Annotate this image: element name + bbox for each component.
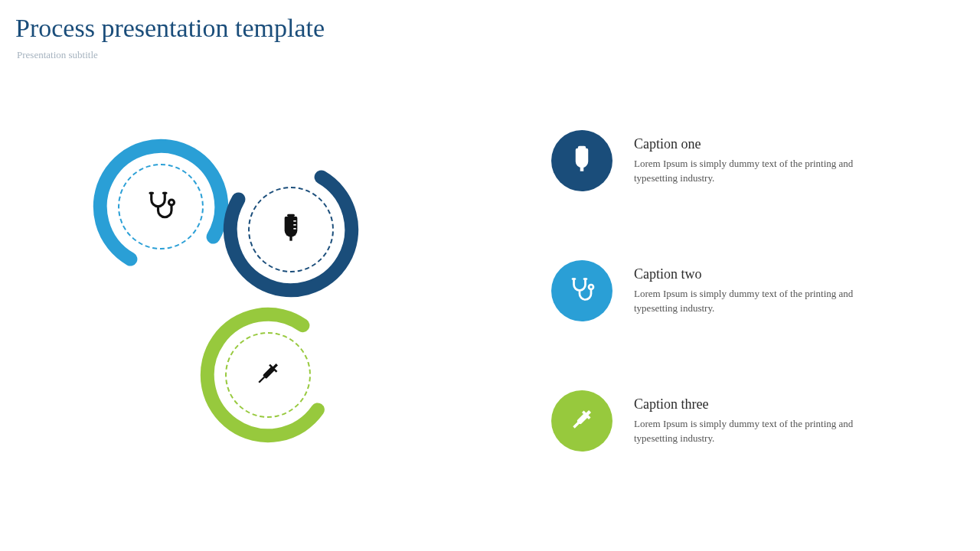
svg-rect-14 bbox=[579, 147, 586, 149]
page-subtitle: Presentation subtitle bbox=[17, 49, 98, 61]
svg-rect-5 bbox=[293, 220, 296, 222]
svg-rect-13 bbox=[581, 166, 583, 171]
svg-point-1 bbox=[169, 200, 175, 205]
caption-title: Caption two bbox=[634, 266, 903, 282]
caption-title: Caption one bbox=[634, 136, 903, 152]
iv-bag-icon bbox=[568, 145, 596, 176]
caption-bubble-1 bbox=[551, 130, 612, 191]
diagram-node-3 bbox=[199, 306, 337, 444]
caption-row-2: Caption two Lorem Ipsum is simply dummy … bbox=[551, 260, 903, 321]
caption-list: Caption one Lorem Ipsum is simply dummy … bbox=[551, 130, 903, 452]
stethoscope-icon bbox=[568, 276, 596, 306]
svg-rect-3 bbox=[289, 236, 292, 241]
diagram-node-2 bbox=[222, 161, 360, 298]
svg-rect-21 bbox=[573, 422, 579, 427]
svg-rect-16 bbox=[584, 156, 586, 158]
iv-bag-icon bbox=[276, 213, 306, 246]
caption-bubble-3 bbox=[551, 390, 612, 452]
svg-point-18 bbox=[589, 285, 593, 289]
caption-body: Lorem Ipsum is simply dummy text of the … bbox=[634, 417, 864, 446]
syringe-icon bbox=[253, 358, 283, 392]
caption-row-1: Caption one Lorem Ipsum is simply dummy … bbox=[551, 130, 903, 191]
syringe-icon bbox=[569, 406, 595, 435]
svg-rect-7 bbox=[293, 228, 296, 230]
svg-rect-17 bbox=[584, 159, 586, 161]
caption-body: Lorem Ipsum is simply dummy text of the … bbox=[634, 157, 864, 186]
diagram-node-1 bbox=[92, 138, 230, 276]
stethoscope-icon bbox=[145, 189, 177, 224]
page-title: Process presentation template bbox=[15, 14, 325, 43]
caption-bubble-2 bbox=[551, 260, 612, 321]
svg-rect-11 bbox=[258, 377, 265, 383]
svg-rect-6 bbox=[293, 224, 296, 226]
caption-row-3: Caption three Lorem Ipsum is simply dumm… bbox=[551, 390, 903, 452]
caption-body: Lorem Ipsum is simply dummy text of the … bbox=[634, 287, 864, 316]
caption-title: Caption three bbox=[634, 396, 903, 412]
process-diagram bbox=[92, 122, 459, 490]
svg-rect-15 bbox=[584, 152, 586, 154]
svg-rect-4 bbox=[287, 214, 295, 217]
